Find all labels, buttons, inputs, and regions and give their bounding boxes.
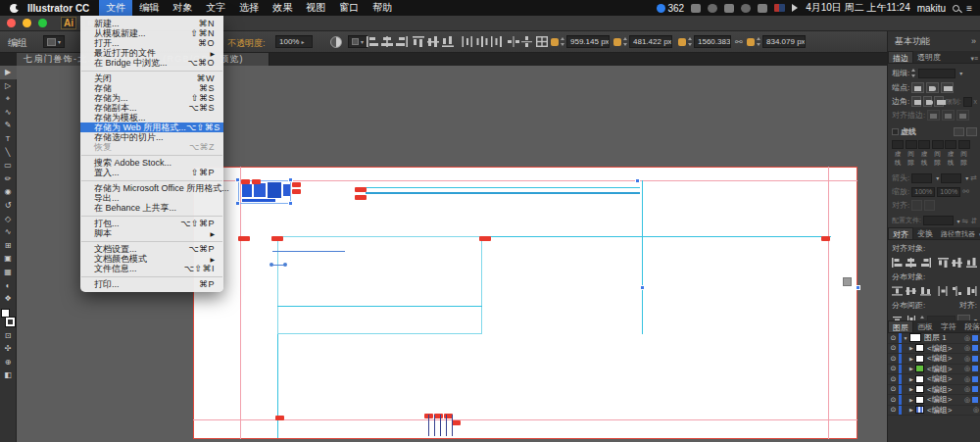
target-circle-icon[interactable]: ◎	[964, 396, 970, 404]
distribute-middle-v-button[interactable]	[906, 285, 916, 297]
tool-width[interactable]: ∿	[0, 225, 17, 239]
arrowhead-start-dropdown[interactable]	[911, 173, 932, 183]
align-top-button[interactable]	[938, 257, 949, 269]
visibility-eye-icon[interactable]: ⊙	[888, 355, 899, 363]
volume-icon[interactable]	[792, 4, 802, 12]
weight-field[interactable]	[918, 69, 956, 78]
tool-rotate[interactable]: ↺	[0, 199, 17, 213]
apple-menu-icon[interactable]	[10, 4, 19, 13]
expand-arrow-icon[interactable]: ▶	[907, 356, 915, 362]
selection-indicator[interactable]	[972, 335, 978, 341]
tab-transform[interactable]: 变换	[913, 227, 937, 239]
arrowhead-end-dropdown[interactable]	[941, 173, 961, 183]
layer-row[interactable]: ⊙ ▶ <编组> ◎	[888, 406, 980, 417]
selection-indicator[interactable]	[972, 397, 978, 403]
weight-stepper[interactable]	[911, 67, 916, 79]
menu-item-browse-in-bridge[interactable]: 在 Bridge 中浏览...⌥⌘O	[80, 58, 223, 68]
tool-artboard[interactable]: ⊡	[0, 329, 17, 343]
opacity-field[interactable]: 100%▸	[275, 35, 313, 48]
x-stepper[interactable]	[561, 35, 565, 48]
tool-blend[interactable]: ❖	[0, 292, 17, 306]
distribute-right-button[interactable]	[490, 35, 503, 48]
menu-edit[interactable]: 编辑	[132, 0, 166, 16]
tool-selection[interactable]: ▶	[0, 66, 17, 79]
tool-paintbrush[interactable]: ✏	[0, 172, 17, 186]
screen-mode-button[interactable]: ◧	[0, 368, 17, 382]
gap-field[interactable]	[906, 140, 917, 149]
layer-thumbnail[interactable]	[909, 333, 921, 342]
visibility-eye-icon[interactable]: ⊙	[888, 375, 899, 383]
fill-stroke-swatches[interactable]	[1, 309, 15, 326]
expand-arrow-icon[interactable]: ▶	[907, 345, 915, 351]
chevron-down-icon[interactable]: ▾	[959, 70, 962, 76]
align-bottom-button[interactable]	[441, 35, 454, 48]
menu-item-scripts[interactable]: 脚本▶	[80, 228, 223, 238]
dash-field[interactable]	[918, 140, 930, 149]
align-stroke-outside-button[interactable]	[956, 110, 969, 121]
visibility-eye-icon[interactable]: ⊙	[888, 396, 899, 404]
join-miter-button[interactable]	[911, 96, 921, 107]
arrow-scale-end-field[interactable]: 100%	[937, 187, 960, 197]
expand-arrow-icon[interactable]: ▶	[907, 397, 915, 403]
transform-grid-icon[interactable]	[535, 35, 548, 48]
menu-type[interactable]: 文字	[199, 0, 232, 16]
align-stroke-center-button[interactable]	[927, 110, 940, 121]
expand-arrow-icon[interactable]: ▶	[907, 376, 915, 382]
height-field[interactable]: 834.079 px	[762, 35, 806, 48]
align-middle-v-button[interactable]	[426, 35, 439, 48]
dash-preserve-icon[interactable]	[954, 127, 964, 136]
group-thumbnail[interactable]	[915, 396, 924, 404]
tool-blob-brush[interactable]: ◉	[0, 185, 17, 199]
dashed-line-checkbox[interactable]	[892, 128, 899, 135]
target-circle-icon[interactable]: ◎	[964, 334, 970, 342]
align-left-button[interactable]	[892, 257, 903, 269]
spotlight-search-icon[interactable]	[953, 5, 959, 12]
align-center-h-button[interactable]	[906, 257, 916, 269]
tool-hand[interactable]: ✣	[0, 342, 17, 356]
visibility-eye-icon[interactable]: ⊙	[888, 365, 899, 372]
tab-pathfinder[interactable]: 路径查找器	[937, 227, 979, 239]
selection-handle[interactable]	[235, 177, 240, 182]
align-top-button[interactable]	[412, 35, 424, 48]
selection-handle[interactable]	[288, 201, 293, 206]
tab-artboards[interactable]: 画板	[913, 320, 937, 332]
menu-object[interactable]: 对象	[166, 0, 199, 16]
menu-item-file-info[interactable]: 文件信息...⌥⇧⌘I	[80, 264, 223, 273]
height-stepper[interactable]	[757, 35, 761, 48]
tool-shape-builder[interactable]: ▣	[0, 252, 17, 266]
distribute-center-button[interactable]	[475, 35, 488, 48]
expand-arrow-icon[interactable]: ▼	[902, 335, 909, 341]
distribute-spacing-v-icon[interactable]	[520, 35, 533, 48]
tool-free-transform[interactable]: ⊞	[0, 239, 17, 253]
selection-handle[interactable]	[856, 285, 860, 290]
cap-projecting-button[interactable]	[941, 82, 954, 93]
input-source-flag-icon[interactable]	[774, 4, 785, 12]
visibility-eye-icon[interactable]: ⊙	[888, 406, 899, 414]
cap-butt-button[interactable]	[911, 82, 924, 93]
tool-mesh[interactable]: ▦	[0, 266, 17, 279]
tool-zoom[interactable]: ⊕	[0, 356, 17, 369]
dash-align-icon[interactable]	[966, 127, 977, 136]
group-thumbnail[interactable]	[915, 365, 924, 372]
align-stroke-inside-button[interactable]	[942, 110, 955, 121]
group-thumbnail[interactable]	[915, 406, 924, 414]
tool-rectangle[interactable]: ▭	[0, 159, 17, 172]
status-icon-2[interactable]	[708, 4, 717, 13]
gap-field[interactable]	[958, 140, 970, 149]
flip-across-icon[interactable]: ⇵	[970, 217, 977, 225]
x-field[interactable]: 959.145 px	[566, 35, 610, 48]
notification-center-icon[interactable]: ≡	[966, 3, 972, 14]
width-field[interactable]: 1560.383	[694, 35, 731, 48]
group-thumbnail[interactable]	[915, 355, 924, 363]
y-stepper[interactable]	[623, 35, 628, 48]
align-left-button[interactable]	[366, 35, 378, 48]
join-bevel-button[interactable]	[934, 96, 944, 107]
group-thumbnail[interactable]	[915, 344, 924, 352]
distribute-center-h-button[interactable]	[952, 285, 962, 297]
network-status-badge[interactable]: 362	[657, 3, 684, 14]
tool-pen[interactable]: ✎	[0, 119, 17, 132]
menubar-username[interactable]: makitu	[917, 3, 946, 14]
tool-magic-wand[interactable]: ⌖	[0, 92, 17, 106]
distribute-right-button[interactable]	[966, 285, 977, 297]
distribute-left-button[interactable]	[461, 35, 473, 48]
